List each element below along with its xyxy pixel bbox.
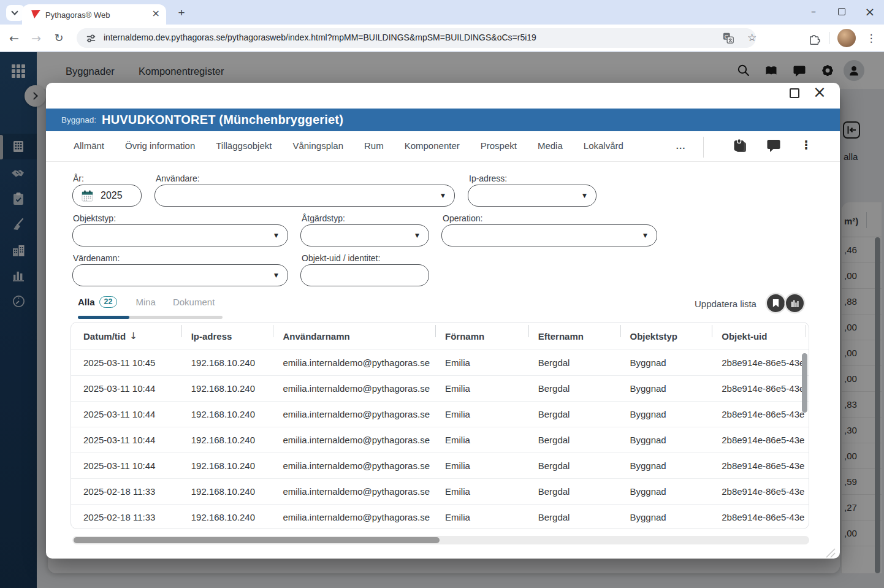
- column-header-2[interactable]: Ip-adress: [181, 331, 273, 342]
- screen: Pythagoras® Web × + – × ← → ↻ internalde…: [0, 0, 884, 588]
- table-body: 2025-03-11 10:45192.168.10.240emilia.int…: [71, 349, 809, 529]
- window-maximize-button[interactable]: [830, 0, 853, 23]
- column-header-1[interactable]: Datum/tid↓: [71, 330, 181, 342]
- cell-objectuid: 2b8e914e-86e5-43e: [712, 383, 809, 394]
- extensions-icon[interactable]: [808, 32, 821, 45]
- cell-username: emilia.internaldemo@pythagoras.se: [273, 460, 435, 471]
- object-type-dropdown[interactable]: ▼: [72, 224, 288, 246]
- dialog-tab-2[interactable]: Övrig information: [115, 131, 205, 161]
- browser-profile-avatar[interactable]: [837, 29, 856, 47]
- bookmark-filter-button[interactable]: [767, 294, 785, 312]
- dialog-tab-3[interactable]: Tilläggsobjekt: [205, 131, 282, 161]
- tab-bar-divider: [703, 137, 704, 158]
- cell-lastname: Bergdal: [528, 486, 620, 497]
- table-row[interactable]: 2025-02-18 11:33192.168.10.240emilia.int…: [71, 504, 809, 529]
- caret-down-icon: ▼: [274, 232, 278, 239]
- table-row[interactable]: 2025-03-11 10:44192.168.10.240emilia.int…: [71, 375, 809, 401]
- column-header-label: Förnamn: [445, 331, 484, 342]
- window-minimize-button[interactable]: –: [802, 0, 825, 23]
- table-row[interactable]: 2025-03-11 10:44192.168.10.240emilia.int…: [71, 427, 809, 452]
- cell-username: emilia.internaldemo@pythagoras.se: [273, 383, 435, 394]
- dialog-tab-1[interactable]: Allmänt: [63, 131, 115, 161]
- resize-handle[interactable]: [825, 547, 836, 558]
- cell-lastname: Bergdal: [528, 460, 620, 471]
- operation-label: Operation:: [443, 213, 482, 223]
- value-name-label: Värdenamn:: [73, 253, 120, 263]
- caret-down-icon: ▼: [582, 193, 587, 199]
- dialog-tab-6[interactable]: Komponenter: [394, 131, 470, 161]
- dialog-close-button[interactable]: ×: [812, 83, 828, 104]
- dialog-tab-9[interactable]: Lokalvård: [573, 131, 634, 161]
- column-header-3[interactable]: Användarnamn: [273, 331, 435, 342]
- cell-lastname: Bergdal: [528, 512, 620, 522]
- calendar-icon: [81, 189, 94, 202]
- column-header-6[interactable]: Objektstyp: [620, 331, 712, 342]
- ip-dropdown[interactable]: ▼: [468, 185, 596, 207]
- action-type-dropdown[interactable]: ▼: [300, 224, 429, 246]
- maximize-icon: [790, 88, 799, 98]
- table-row[interactable]: 2025-03-11 10:45192.168.10.240emilia.int…: [71, 349, 809, 375]
- object-type-label: Byggnad:: [61, 115, 96, 124]
- address-bar[interactable]: internaldemo.dev.pythagoras.se/pythagora…: [77, 28, 756, 48]
- dialog-maximize-button[interactable]: [789, 88, 801, 100]
- cell-lastname: Bergdal: [528, 383, 620, 394]
- table-row[interactable]: 2025-02-18 11:33192.168.10.240emilia.int…: [71, 478, 809, 504]
- column-header-label: Objekt-uid: [722, 331, 767, 342]
- cell-ip: 192.168.10.240: [181, 460, 273, 471]
- browser-menu-icon[interactable]: ⋮: [862, 25, 880, 52]
- translate-icon[interactable]: G: [722, 32, 734, 44]
- horizontal-scrollbar-thumb[interactable]: [74, 537, 440, 543]
- cell-objecttype: Byggnad: [620, 409, 712, 419]
- reload-button[interactable]: ↻: [50, 25, 68, 52]
- new-tab-button[interactable]: +: [173, 5, 189, 21]
- object-uid-input[interactable]: [300, 264, 429, 286]
- table-row[interactable]: 2025-03-11 10:44192.168.10.240emilia.int…: [71, 452, 809, 478]
- back-button[interactable]: ←: [5, 25, 23, 52]
- url-text: internaldemo.dev.pythagoras.se/pythagora…: [104, 32, 536, 42]
- dialog-chat-icon[interactable]: [766, 137, 782, 153]
- dialog-tab-4[interactable]: Våningsplan: [282, 131, 354, 161]
- cell-datetime: 2025-02-18 11:33: [71, 486, 181, 497]
- cell-firstname: Emilia: [435, 383, 528, 394]
- dialog-tab-8[interactable]: Media: [527, 131, 573, 161]
- browser-tab[interactable]: Pythagoras® Web ×: [22, 4, 166, 25]
- cell-objecttype: Byggnad: [620, 383, 712, 394]
- statistics-view-button[interactable]: [786, 294, 804, 312]
- table-row[interactable]: 2025-03-11 10:44192.168.10.240emilia.int…: [71, 401, 809, 427]
- cell-datetime: 2025-03-11 10:44: [71, 460, 181, 471]
- horizontal-scrollbar[interactable]: [72, 536, 809, 544]
- cell-datetime: 2025-03-11 10:45: [71, 357, 181, 368]
- column-header-4[interactable]: Förnamn: [435, 331, 528, 342]
- year-field[interactable]: 2025: [72, 185, 142, 207]
- dialog-tab-overflow[interactable]: ...: [666, 131, 696, 161]
- dialog-tab-7[interactable]: Prospekt: [470, 131, 527, 161]
- window-close-button[interactable]: ×: [858, 0, 882, 23]
- stats-bars-icon: [791, 299, 799, 308]
- tab-close-icon[interactable]: ×: [152, 7, 160, 19]
- update-list-link[interactable]: Uppdatera lista: [695, 299, 756, 309]
- column-header-label: Efternamn: [538, 331, 584, 342]
- table-vertical-scrollbar[interactable]: [802, 353, 807, 413]
- cell-objecttype: Byggnad: [620, 435, 712, 445]
- tab-title: Pythagoras® Web: [45, 10, 110, 20]
- list-tab-alla[interactable]: Alla 22: [78, 296, 117, 308]
- column-header-7[interactable]: Objekt-uid: [712, 331, 809, 342]
- column-header-label: Användarnamn: [283, 331, 349, 342]
- value-name-dropdown[interactable]: ▼: [72, 264, 288, 286]
- cell-datetime: 2025-03-11 10:44: [71, 409, 181, 419]
- caret-down-icon: ▼: [415, 232, 419, 239]
- operation-dropdown[interactable]: ▼: [441, 224, 657, 246]
- dialog-menu-icon[interactable]: ⋮: [800, 138, 812, 151]
- list-tab-mina[interactable]: Mina: [135, 297, 156, 307]
- site-settings-icon[interactable]: [85, 32, 97, 44]
- column-header-5[interactable]: Efternamn: [528, 331, 620, 342]
- cell-firstname: Emilia: [435, 486, 528, 497]
- clipboard-icon[interactable]: [731, 137, 749, 155]
- bookmark-star-icon[interactable]: ☆: [747, 31, 756, 44]
- cell-datetime: 2025-02-18 11:33: [71, 512, 181, 522]
- dialog-tab-5[interactable]: Rum: [354, 131, 394, 161]
- cell-username: emilia.internaldemo@pythagoras.se: [273, 435, 435, 445]
- list-tab-dokument[interactable]: Dokument: [173, 297, 215, 307]
- cell-objecttype: Byggnad: [620, 460, 712, 471]
- user-dropdown[interactable]: ▼: [154, 185, 455, 207]
